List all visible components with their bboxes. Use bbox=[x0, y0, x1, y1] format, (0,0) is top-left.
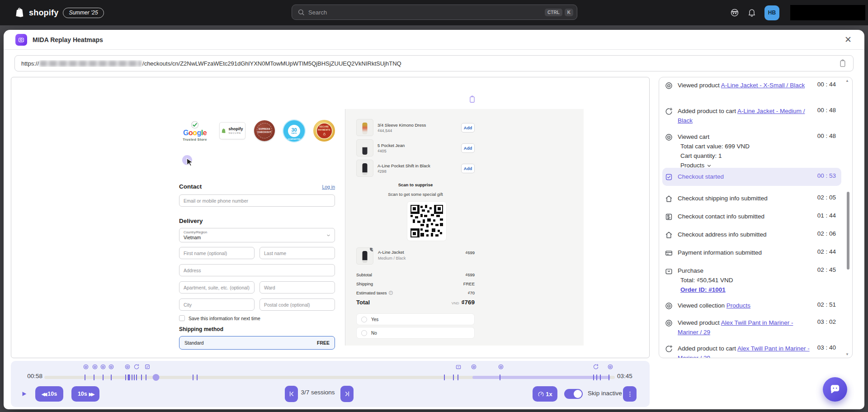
eye-icon bbox=[83, 364, 89, 370]
event-link[interactable]: Alex Twill Pant in Mariner - Mariner / 2… bbox=[678, 319, 793, 336]
chat-bubble-icon bbox=[829, 384, 841, 395]
playhead[interactable] bbox=[153, 374, 160, 381]
event-time: 03 : 40 bbox=[817, 344, 836, 358]
checkout-icon bbox=[665, 173, 673, 181]
ward-field[interactable] bbox=[259, 281, 335, 294]
postal-code-field[interactable] bbox=[259, 298, 335, 311]
next-session-button[interactable] bbox=[340, 386, 354, 402]
city-field[interactable] bbox=[179, 298, 255, 311]
timeline-tick bbox=[127, 374, 130, 380]
upsell-price: ₫44,544 bbox=[377, 128, 461, 133]
first-name-field[interactable] bbox=[179, 247, 255, 259]
survey-option[interactable]: Yes bbox=[356, 313, 475, 325]
scrollbar-thumb[interactable] bbox=[847, 192, 849, 270]
radio-button[interactable] bbox=[361, 317, 367, 322]
event-row[interactable]: Checkout contact info submitted01 : 44 bbox=[665, 212, 836, 222]
forward-icon: ▶▶ bbox=[89, 392, 93, 397]
event-row[interactable]: Checkout address info submitted02 : 06 bbox=[665, 230, 836, 240]
rewind-icon: ◀◀ bbox=[42, 392, 46, 397]
currency-code: VND bbox=[452, 301, 459, 305]
event-row[interactable]: PurchaseTotal: ₫50,541 VNDOrder ID: #100… bbox=[665, 266, 836, 295]
checkout-icon bbox=[144, 364, 151, 370]
event-row[interactable]: Checkout shipping info submitted02 : 05 bbox=[665, 194, 836, 204]
info-icon[interactable]: ? bbox=[389, 291, 393, 295]
shipping-option-standard[interactable]: Standard FREE bbox=[179, 336, 335, 350]
purchase-icon bbox=[455, 364, 462, 370]
event-row[interactable]: Viewed product Alex Twill Pant in Marine… bbox=[665, 318, 836, 337]
upsell-title: 3/4 Sleeve Kimono Dress bbox=[377, 123, 461, 128]
timeline-activity-fill bbox=[472, 376, 610, 379]
avatar[interactable]: HB bbox=[764, 5, 779, 20]
timeline-tick bbox=[134, 374, 135, 380]
google-trusted-store-badge: Google Trusted Store bbox=[179, 120, 211, 142]
mida-replay-modal: MIDA Replay Heatmaps ✕ https:///checkout… bbox=[4, 30, 864, 409]
forward-10s-button[interactable]: 10s▶▶ bbox=[71, 386, 99, 402]
play-button[interactable] bbox=[18, 387, 30, 401]
scroll-down-icon[interactable]: ▼ bbox=[845, 352, 849, 356]
rewind-10s-button[interactable]: ◀◀10s bbox=[35, 386, 63, 402]
event-text: Viewed cartTotal cart value: 699 VNDCart… bbox=[678, 133, 813, 170]
cart-item-name: A-Line Jacket bbox=[378, 250, 406, 255]
event-text: Added product to cart Alex Twill Pant in… bbox=[678, 344, 813, 358]
contact-heading: Contact bbox=[179, 183, 202, 190]
playback-speed-button[interactable]: 1x bbox=[533, 386, 557, 402]
timeline-tick bbox=[132, 374, 132, 380]
upsell-price: ₫298 bbox=[377, 169, 461, 174]
notifications-bell-icon[interactable] bbox=[747, 8, 756, 17]
event-row[interactable]: Checkout started00 : 53 bbox=[665, 172, 836, 182]
total-label: Total bbox=[356, 299, 370, 306]
close-icon[interactable]: ✕ bbox=[843, 34, 854, 45]
home-icon bbox=[665, 194, 673, 203]
session-replay-viewport[interactable]: Google Trusted Store shopify SECURE EXPR… bbox=[11, 77, 650, 358]
event-link[interactable]: A-Line Jacket - X-Small / Black bbox=[721, 82, 805, 89]
apartment-field[interactable] bbox=[179, 281, 255, 294]
survey-option[interactable]: No bbox=[356, 327, 475, 339]
more-options-button[interactable] bbox=[623, 386, 637, 402]
timeline-track[interactable] bbox=[44, 376, 615, 379]
eye-icon bbox=[665, 302, 673, 310]
event-row[interactable]: Payment information submitted02 : 44 bbox=[665, 248, 836, 258]
add-to-cart-button[interactable]: Add bbox=[461, 164, 475, 173]
products-expander[interactable]: Products bbox=[680, 161, 813, 170]
event-row[interactable]: Viewed product A-Line Jacket - X-Small /… bbox=[665, 81, 836, 90]
trust-badges: Google Trusted Store shopify SECURE EXPR… bbox=[179, 113, 335, 149]
order-summary: Subtotal₫699ShippingFREEEstimated taxes?… bbox=[356, 270, 475, 297]
event-link[interactable]: A-Line Jacket - Medium / Black bbox=[678, 108, 805, 124]
event-row[interactable]: Viewed cartTotal cart value: 699 VNDCart… bbox=[665, 133, 836, 170]
scroll-up-icon[interactable]: ▲ bbox=[845, 79, 849, 83]
event-text: Added product to cart A-Line Jacket - Me… bbox=[678, 107, 813, 126]
express-checkout-badge: EXPRESS CHECKOUT bbox=[254, 120, 275, 141]
shopify-wordmark: shopify bbox=[29, 8, 58, 18]
radio-button[interactable] bbox=[361, 330, 367, 336]
event-detail: Total cart value: 699 VND bbox=[680, 142, 813, 152]
address-field[interactable] bbox=[179, 264, 335, 276]
email-field[interactable] bbox=[179, 194, 335, 207]
event-link[interactable]: Products bbox=[726, 302, 750, 309]
last-name-field[interactable] bbox=[259, 247, 335, 259]
chat-widget-button[interactable] bbox=[823, 377, 847, 402]
event-text: Viewed product Alex Twill Pant in Marine… bbox=[678, 318, 813, 337]
event-link[interactable]: Alex Twill Pant in Mariner - Mariner / 2… bbox=[678, 345, 810, 358]
copy-url-icon[interactable] bbox=[839, 59, 847, 67]
eye-icon bbox=[665, 319, 673, 327]
event-text: Checkout shipping info submitted bbox=[678, 194, 813, 204]
timeline-event-icons bbox=[44, 364, 615, 372]
country-select[interactable]: Country/Region Vietnam bbox=[179, 228, 335, 242]
edition-badge[interactable]: Summer '25 bbox=[63, 8, 104, 18]
summary-row: ShippingFREE bbox=[356, 279, 475, 288]
shopify-logo[interactable]: shopify bbox=[15, 7, 58, 18]
event-text: Viewed collection Products bbox=[678, 301, 813, 311]
previous-session-button[interactable] bbox=[285, 386, 298, 402]
event-row[interactable]: Added product to cart A-Line Jacket - Me… bbox=[665, 107, 836, 126]
add-to-cart-button[interactable]: Add bbox=[461, 143, 475, 153]
global-search-input[interactable]: Search CTRL K bbox=[292, 5, 577, 20]
save-info-checkbox[interactable] bbox=[179, 315, 185, 321]
account-emoji-icon[interactable] bbox=[730, 8, 739, 17]
order-id-link[interactable]: Order ID: #1001 bbox=[680, 286, 726, 293]
event-row[interactable]: Viewed collection Products02 : 51 bbox=[665, 301, 836, 311]
cart-line-item: 1 A-Line Jacket Medium / Black ₫699 bbox=[356, 247, 475, 265]
add-to-cart-button[interactable]: Add bbox=[461, 123, 475, 133]
event-row[interactable]: Added product to cart Alex Twill Pant in… bbox=[665, 344, 836, 358]
skip-inactive-toggle[interactable] bbox=[564, 389, 583, 399]
login-link[interactable]: Log in bbox=[322, 184, 335, 189]
